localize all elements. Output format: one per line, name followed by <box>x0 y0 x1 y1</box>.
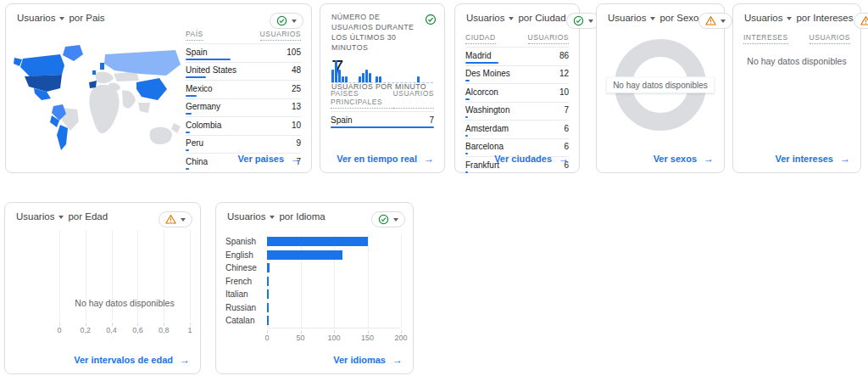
status-menu[interactable] <box>159 211 192 227</box>
metric-selector[interactable]: Usuarios por Ciudad <box>466 13 566 23</box>
no-data-message: No hay datos disponibles <box>743 56 850 66</box>
row-label: Barcelona <box>465 142 504 151</box>
status-menu[interactable] <box>270 13 303 29</box>
bar-track <box>267 250 401 261</box>
table-row: Spain105 <box>186 43 301 62</box>
arrow-right-icon: → <box>840 153 850 165</box>
metric-label: Usuarios <box>17 13 55 23</box>
table-row: Mexico25 <box>186 80 301 98</box>
row-bar <box>186 76 206 78</box>
dimension-label: por Edad <box>68 211 108 222</box>
bar-track <box>267 315 401 326</box>
tick-label: 200 <box>394 334 407 342</box>
warning-icon <box>860 15 868 26</box>
metric-selector[interactable]: Usuarios por Edad <box>16 211 108 222</box>
ver-paises-link[interactable]: Ver paises→ <box>238 153 301 165</box>
ver-sexos-link[interactable]: Ver sexos→ <box>654 153 714 165</box>
language-bar <box>267 289 269 299</box>
card-usuarios-por-intereses: Usuarios por Intereses INTERESES USUARIO… <box>732 3 861 173</box>
metric-label: Usuarios <box>608 13 646 23</box>
status-menu[interactable] <box>566 13 600 29</box>
metric-selector[interactable]: Usuarios por Sexo <box>608 13 698 23</box>
minute-bar <box>342 76 344 82</box>
status-menu[interactable] <box>698 13 732 29</box>
chevron-down-icon <box>59 17 64 20</box>
chevron-down-icon <box>509 17 514 20</box>
language-row: Italian <box>216 288 401 301</box>
tick-label: 0,8 <box>159 326 170 334</box>
dimension-label: por Intereses <box>796 13 853 23</box>
language-label: Catalan <box>216 316 267 325</box>
realtime-title: NÚMERO DE USUARIOS DURANTE LOS ÚLTIMOS 3… <box>331 13 423 53</box>
metric-selector[interactable]: Usuarios por Intereses <box>744 13 854 23</box>
row-value: 10 <box>292 121 301 130</box>
chevron-down-icon <box>650 17 655 20</box>
language-bar <box>267 263 270 272</box>
ver-intereses-link[interactable]: Ver intereses→ <box>776 153 851 165</box>
row-bar <box>465 153 468 154</box>
tick-label: 0,2 <box>81 326 92 334</box>
col-header-paises-principales: PAÍSES PRINCIPALES <box>331 89 393 109</box>
language-label: French <box>216 277 267 286</box>
arrow-right-icon: → <box>559 153 569 165</box>
metric-selector[interactable]: Usuarios por Idioma <box>227 211 326 222</box>
users-per-minute-chart <box>331 60 433 83</box>
row-label: Spain <box>331 115 353 125</box>
arrow-right-icon: → <box>392 354 403 366</box>
row-value: 6 <box>564 142 569 151</box>
minute-bar <box>338 70 341 82</box>
col-header-pais: PAÍS <box>186 30 203 41</box>
ver-tiempo-real-link[interactable]: Ver en tiempo real→ <box>337 153 434 165</box>
col-header-usuarios: USUARIOS <box>810 33 850 44</box>
row-bar <box>465 62 498 64</box>
chevron-down-icon <box>270 216 275 219</box>
language-row: French <box>216 275 401 289</box>
arrow-right-icon: → <box>291 153 301 165</box>
table-row: Spain7 <box>331 111 434 130</box>
ver-intervalos-edad-link[interactable]: Ver intervalos de edad→ <box>74 354 190 366</box>
gridline <box>401 235 402 328</box>
row-bar <box>186 168 189 170</box>
card-usuarios-por-pais: Usuarios por Pais <box>5 3 312 173</box>
metric-selector[interactable]: Usuarios por Pais <box>17 13 105 23</box>
language-row: Chinese <box>216 261 401 275</box>
row-value: 25 <box>292 84 301 93</box>
bar-track <box>267 289 401 300</box>
row-value: 13 <box>292 102 301 111</box>
chevron-down-icon <box>292 20 297 23</box>
row-value: 12 <box>559 69 569 78</box>
tick-label: 50 <box>296 334 304 342</box>
ver-ciudades-link[interactable]: Ver ciudades→ <box>494 153 569 165</box>
card-usuarios-por-ciudad: Usuarios por Ciudad CIUDAD USUARIOS Madr… <box>454 3 580 173</box>
col-header-usuarios: USUARIOS <box>393 89 434 109</box>
col-header-ciudad: CIUDAD <box>465 33 496 44</box>
language-bar-chart: SpanishEnglishChineseFrenchItalianRussia… <box>216 235 401 328</box>
ver-idiomas-link[interactable]: Ver idiomas→ <box>333 354 403 366</box>
no-data-message: No hay datos disponibles <box>606 77 715 93</box>
check-circle-icon <box>378 214 389 225</box>
language-label: Chinese <box>216 263 267 272</box>
row-bar <box>186 149 189 151</box>
dimension-label: por Sexo <box>659 13 698 23</box>
language-label: Spanish <box>216 237 267 246</box>
status-menu[interactable] <box>371 211 405 227</box>
language-row: Spanish <box>216 235 401 249</box>
card-usuarios-por-idioma: Usuarios por Idioma SpanishEnglishChines… <box>215 202 414 374</box>
arrow-right-icon: → <box>704 153 714 165</box>
warning-icon <box>165 214 176 225</box>
card-usuarios-por-edad: Usuarios por Edad 00,20,40,60,81 No hay … <box>4 202 201 374</box>
language-bar <box>267 303 269 312</box>
country-table: PAÍS USUARIOS Spain105United States48Mex… <box>186 30 301 171</box>
status-menu[interactable] <box>854 13 868 29</box>
dimension-label: por Pais <box>69 13 104 23</box>
row-label: Madrid <box>465 51 492 60</box>
metric-label: Usuarios <box>466 13 504 23</box>
row-bar <box>186 59 231 60</box>
table-row: Washington7 <box>465 102 569 121</box>
language-bar <box>267 277 269 286</box>
tick-label: 100 <box>327 334 340 342</box>
row-label: Amsterdam <box>465 124 509 133</box>
language-bar <box>267 316 269 325</box>
row-bar <box>331 126 434 128</box>
chevron-down-icon <box>58 216 64 219</box>
